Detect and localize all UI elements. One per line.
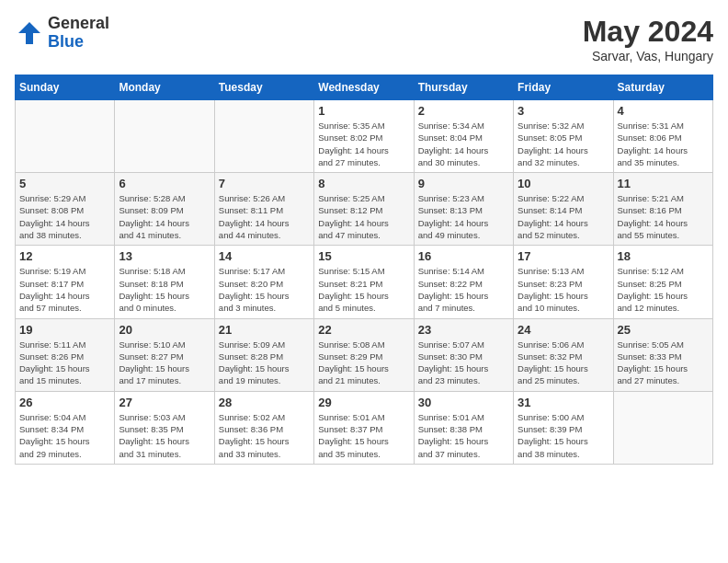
day-number: 30 — [418, 396, 509, 409]
day-number: 26 — [19, 396, 110, 409]
calendar-day-18: 18Sunrise: 5:12 AM Sunset: 8:25 PM Dayli… — [613, 246, 712, 318]
day-info: Sunrise: 5:31 AM Sunset: 8:06 PM Dayligh… — [618, 120, 709, 168]
day-number: 7 — [219, 177, 310, 190]
day-number: 25 — [618, 323, 709, 337]
day-info: Sunrise: 5:13 AM Sunset: 8:23 PM Dayligh… — [518, 265, 609, 314]
calendar-day-16: 16Sunrise: 5:14 AM Sunset: 8:22 PM Dayli… — [414, 246, 513, 318]
calendar-day-1: 1Sunrise: 5:35 AM Sunset: 8:02 PM Daylig… — [314, 100, 414, 173]
day-info: Sunrise: 5:01 AM Sunset: 8:38 PM Dayligh… — [418, 411, 509, 460]
day-info: Sunrise: 5:17 AM Sunset: 8:20 PM Dayligh… — [219, 265, 310, 314]
calendar-day-29: 29Sunrise: 5:01 AM Sunset: 8:37 PM Dayli… — [314, 391, 414, 464]
day-number: 8 — [318, 177, 409, 190]
calendar-day-27: 27Sunrise: 5:03 AM Sunset: 8:35 PM Dayli… — [115, 391, 214, 464]
calendar-week-1: 1Sunrise: 5:35 AM Sunset: 8:02 PM Daylig… — [16, 100, 713, 173]
day-info: Sunrise: 5:32 AM Sunset: 8:05 PM Dayligh… — [518, 120, 609, 168]
day-info: Sunrise: 5:10 AM Sunset: 8:27 PM Dayligh… — [119, 339, 210, 387]
calendar-day-9: 9Sunrise: 5:23 AM Sunset: 8:13 PM Daylig… — [414, 173, 513, 246]
weekday-header-sunday: Sunday — [16, 75, 115, 100]
day-info: Sunrise: 5:14 AM Sunset: 8:22 PM Dayligh… — [418, 265, 509, 314]
weekday-header-wednesday: Wednesday — [314, 75, 414, 100]
day-info: Sunrise: 5:08 AM Sunset: 8:29 PM Dayligh… — [318, 339, 409, 387]
weekday-header-saturday: Saturday — [613, 75, 712, 100]
day-number: 13 — [119, 249, 210, 263]
day-info: Sunrise: 5:03 AM Sunset: 8:35 PM Dayligh… — [119, 411, 210, 460]
day-info: Sunrise: 5:19 AM Sunset: 8:17 PM Dayligh… — [19, 265, 110, 314]
title-block: May 2024 Sarvar, Vas, Hungary — [583, 15, 713, 63]
day-number: 22 — [318, 323, 409, 337]
day-info: Sunrise: 5:25 AM Sunset: 8:12 PM Dayligh… — [318, 192, 409, 241]
calendar-day-11: 11Sunrise: 5:21 AM Sunset: 8:16 PM Dayli… — [613, 173, 712, 246]
day-number: 28 — [219, 396, 310, 409]
day-number: 21 — [219, 323, 310, 337]
weekday-header-monday: Monday — [115, 75, 214, 100]
day-number: 1 — [318, 104, 409, 118]
day-info: Sunrise: 5:07 AM Sunset: 8:30 PM Dayligh… — [418, 339, 509, 387]
logo-icon — [15, 18, 44, 48]
logo-general: General — [48, 15, 109, 33]
day-info: Sunrise: 5:26 AM Sunset: 8:11 PM Dayligh… — [219, 192, 310, 241]
calendar-day-15: 15Sunrise: 5:15 AM Sunset: 8:21 PM Dayli… — [314, 246, 414, 318]
calendar-empty — [214, 100, 313, 173]
day-number: 9 — [418, 177, 509, 190]
calendar-day-5: 5Sunrise: 5:29 AM Sunset: 8:08 PM Daylig… — [16, 173, 115, 246]
day-number: 29 — [318, 396, 409, 409]
logo-text: General Blue — [48, 15, 109, 52]
location: Sarvar, Vas, Hungary — [583, 49, 713, 63]
day-info: Sunrise: 5:04 AM Sunset: 8:34 PM Dayligh… — [19, 411, 110, 460]
calendar-day-14: 14Sunrise: 5:17 AM Sunset: 8:20 PM Dayli… — [214, 246, 313, 318]
day-number: 27 — [119, 396, 210, 409]
day-number: 23 — [418, 323, 509, 337]
calendar-empty — [613, 391, 712, 464]
calendar-day-25: 25Sunrise: 5:05 AM Sunset: 8:33 PM Dayli… — [613, 318, 712, 391]
day-number: 10 — [518, 177, 609, 190]
calendar-day-13: 13Sunrise: 5:18 AM Sunset: 8:18 PM Dayli… — [115, 246, 214, 318]
calendar-day-10: 10Sunrise: 5:22 AM Sunset: 8:14 PM Dayli… — [514, 173, 613, 246]
weekday-header-tuesday: Tuesday — [214, 75, 313, 100]
day-number: 15 — [318, 249, 409, 263]
day-info: Sunrise: 5:09 AM Sunset: 8:28 PM Dayligh… — [219, 339, 310, 387]
day-info: Sunrise: 5:05 AM Sunset: 8:33 PM Dayligh… — [618, 339, 709, 387]
day-number: 16 — [418, 249, 509, 263]
calendar-day-8: 8Sunrise: 5:25 AM Sunset: 8:12 PM Daylig… — [314, 173, 414, 246]
calendar-week-5: 26Sunrise: 5:04 AM Sunset: 8:34 PM Dayli… — [16, 391, 713, 464]
day-info: Sunrise: 5:29 AM Sunset: 8:08 PM Dayligh… — [19, 192, 110, 241]
day-number: 5 — [19, 177, 110, 190]
calendar-day-28: 28Sunrise: 5:02 AM Sunset: 8:36 PM Dayli… — [214, 391, 313, 464]
day-number: 6 — [119, 177, 210, 190]
day-number: 19 — [19, 323, 110, 337]
day-number: 11 — [618, 177, 709, 190]
day-info: Sunrise: 5:34 AM Sunset: 8:04 PM Dayligh… — [418, 120, 509, 168]
day-info: Sunrise: 5:00 AM Sunset: 8:39 PM Dayligh… — [518, 411, 609, 460]
day-info: Sunrise: 5:28 AM Sunset: 8:09 PM Dayligh… — [119, 192, 210, 241]
day-info: Sunrise: 5:12 AM Sunset: 8:25 PM Dayligh… — [618, 265, 709, 314]
day-number: 17 — [518, 249, 609, 263]
day-number: 3 — [518, 104, 609, 118]
calendar-day-23: 23Sunrise: 5:07 AM Sunset: 8:30 PM Dayli… — [414, 318, 513, 391]
calendar: SundayMondayTuesdayWednesdayThursdayFrid… — [15, 75, 713, 465]
day-number: 31 — [518, 396, 609, 409]
calendar-day-22: 22Sunrise: 5:08 AM Sunset: 8:29 PM Dayli… — [314, 318, 414, 391]
calendar-day-24: 24Sunrise: 5:06 AM Sunset: 8:32 PM Dayli… — [514, 318, 613, 391]
calendar-empty — [115, 100, 214, 173]
calendar-week-4: 19Sunrise: 5:11 AM Sunset: 8:26 PM Dayli… — [16, 318, 713, 391]
svg-marker-0 — [18, 22, 40, 44]
day-number: 2 — [418, 104, 509, 118]
calendar-week-3: 12Sunrise: 5:19 AM Sunset: 8:17 PM Dayli… — [16, 246, 713, 318]
weekday-header-friday: Friday — [514, 75, 613, 100]
calendar-day-26: 26Sunrise: 5:04 AM Sunset: 8:34 PM Dayli… — [16, 391, 115, 464]
day-info: Sunrise: 5:21 AM Sunset: 8:16 PM Dayligh… — [618, 192, 709, 241]
day-info: Sunrise: 5:11 AM Sunset: 8:26 PM Dayligh… — [19, 339, 110, 387]
calendar-day-20: 20Sunrise: 5:10 AM Sunset: 8:27 PM Dayli… — [115, 318, 214, 391]
calendar-day-17: 17Sunrise: 5:13 AM Sunset: 8:23 PM Dayli… — [514, 246, 613, 318]
day-number: 14 — [219, 249, 310, 263]
calendar-day-4: 4Sunrise: 5:31 AM Sunset: 8:06 PM Daylig… — [613, 100, 712, 173]
calendar-day-3: 3Sunrise: 5:32 AM Sunset: 8:05 PM Daylig… — [514, 100, 613, 173]
calendar-day-7: 7Sunrise: 5:26 AM Sunset: 8:11 PM Daylig… — [214, 173, 313, 246]
calendar-day-30: 30Sunrise: 5:01 AM Sunset: 8:38 PM Dayli… — [414, 391, 513, 464]
day-info: Sunrise: 5:15 AM Sunset: 8:21 PM Dayligh… — [318, 265, 409, 314]
day-info: Sunrise: 5:23 AM Sunset: 8:13 PM Dayligh… — [418, 192, 509, 241]
calendar-day-2: 2Sunrise: 5:34 AM Sunset: 8:04 PM Daylig… — [414, 100, 513, 173]
month-title: May 2024 — [583, 15, 713, 49]
weekday-header-thursday: Thursday — [414, 75, 513, 100]
calendar-day-12: 12Sunrise: 5:19 AM Sunset: 8:17 PM Dayli… — [16, 246, 115, 318]
